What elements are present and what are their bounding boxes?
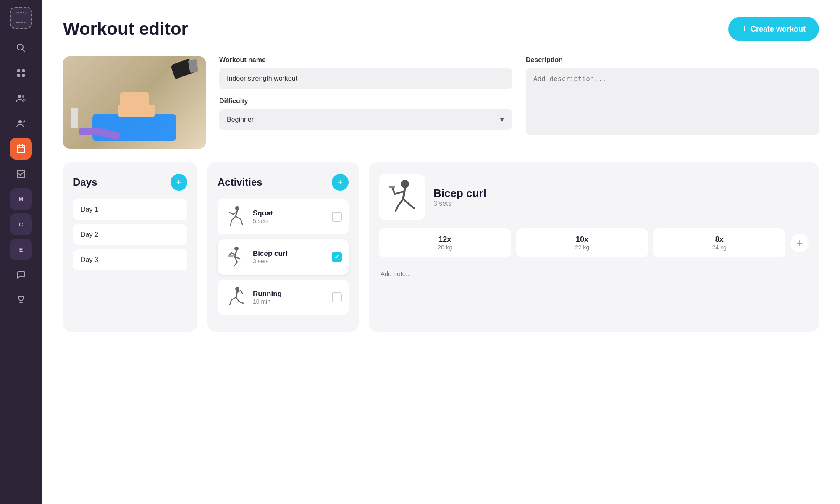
detail-panel: Bicep curl 3 sets 12x 20 kg 10x 22 kg 8x… — [369, 162, 819, 332]
svg-line-48 — [409, 204, 414, 208]
svg-rect-11 — [17, 145, 25, 153]
svg-rect-6 — [22, 74, 25, 77]
activity-item-squat[interactable]: Squat 5 sets — [218, 199, 349, 234]
svg-line-46 — [396, 206, 398, 211]
workout-image[interactable] — [63, 56, 206, 149]
days-panel: Days + Day 1 Day 2 Day 3 — [63, 162, 197, 332]
sidebar-item-tasks[interactable] — [10, 163, 32, 185]
sidebar-item-search[interactable] — [10, 37, 32, 59]
svg-line-18 — [231, 216, 236, 220]
day-item[interactable]: Day 2 — [73, 224, 187, 245]
running-checkbox[interactable] — [332, 292, 342, 302]
sidebar-item-trophy[interactable] — [10, 289, 32, 311]
svg-line-43 — [392, 187, 395, 194]
running-figure — [224, 286, 248, 309]
detail-info: Bicep curl 3 sets — [433, 187, 486, 207]
sidebar-item-workout[interactable] — [10, 138, 32, 160]
set-card-1[interactable]: 12x 20 kg — [379, 228, 511, 257]
detail-figure — [379, 174, 425, 220]
page-title: Workout editor — [63, 19, 188, 39]
svg-line-21 — [241, 219, 242, 224]
difficulty-group: Difficulty Beginner Intermediate Advance… — [219, 97, 512, 130]
bicep-curl-meta: 3 sets — [253, 258, 327, 265]
set-2-reps: 10x — [524, 235, 641, 244]
set-card-2[interactable]: 10x 22 kg — [516, 228, 648, 257]
workout-name-label: Workout name — [219, 56, 512, 64]
svg-rect-44 — [389, 186, 395, 188]
sidebar-item-users[interactable] — [10, 87, 32, 109]
create-workout-button[interactable]: + Create workout — [728, 17, 819, 41]
set-1-reps: 12x — [386, 235, 504, 244]
squat-name: Squat — [253, 209, 327, 218]
sidebar-logo — [10, 7, 32, 29]
squat-meta: 5 sets — [253, 218, 327, 224]
svg-line-42 — [395, 192, 403, 194]
bicep-curl-figure — [224, 245, 248, 269]
svg-line-20 — [236, 216, 241, 219]
set-2-weight: 22 kg — [524, 244, 641, 251]
svg-line-37 — [239, 302, 243, 303]
svg-line-26 — [231, 253, 235, 255]
difficulty-select[interactable]: Beginner Intermediate Advanced — [219, 109, 512, 130]
panels-row: Days + Day 1 Day 2 Day 3 Activities + — [63, 162, 819, 332]
workout-name-input[interactable] — [219, 68, 512, 89]
description-input[interactable] — [526, 68, 819, 135]
svg-rect-3 — [17, 69, 20, 72]
svg-line-25 — [235, 251, 236, 257]
add-set-button[interactable]: + — [790, 234, 809, 252]
bicep-curl-name: Bicep curl — [253, 249, 327, 258]
description-label: Description — [526, 56, 819, 64]
svg-line-23 — [230, 213, 233, 214]
activities-panel: Activities + — [207, 162, 359, 332]
note-input[interactable] — [379, 266, 809, 281]
svg-line-34 — [231, 297, 236, 300]
sidebar-item-members[interactable] — [10, 113, 32, 134]
sidebar-item-e[interactable]: E — [10, 239, 32, 260]
svg-point-8 — [22, 95, 24, 98]
detail-exercise-name: Bicep curl — [433, 187, 486, 200]
svg-rect-0 — [16, 13, 26, 23]
add-activity-button[interactable]: + — [332, 174, 349, 191]
activities-panel-header: Activities + — [218, 174, 349, 191]
svg-point-32 — [235, 287, 239, 291]
svg-point-7 — [18, 95, 21, 98]
set-3-weight: 24 kg — [661, 244, 778, 251]
set-3-reps: 8x — [661, 235, 778, 244]
svg-line-19 — [231, 220, 231, 226]
svg-rect-31 — [228, 255, 234, 257]
difficulty-label: Difficulty — [219, 97, 512, 105]
days-panel-title: Days — [73, 176, 97, 188]
svg-point-9 — [18, 120, 22, 123]
sidebar-item-chat[interactable] — [10, 264, 32, 286]
days-panel-header: Days + — [73, 174, 187, 191]
sidebar-item-c[interactable]: C — [10, 213, 32, 235]
svg-line-36 — [236, 297, 239, 302]
svg-point-16 — [235, 206, 239, 210]
description-group: Description — [526, 56, 819, 137]
sidebar-item-dashboard[interactable] — [10, 62, 32, 84]
svg-line-2 — [23, 50, 25, 52]
activity-item-running[interactable]: Running 10 min — [218, 280, 349, 315]
activities-panel-title: Activities — [218, 176, 262, 188]
day-item[interactable]: Day 3 — [73, 249, 187, 270]
workout-name-group: Workout name — [219, 56, 512, 89]
detail-header: Bicep curl 3 sets — [379, 174, 809, 220]
squat-figure — [224, 205, 248, 228]
activity-item-bicep-curl[interactable]: Bicep curl 3 sets — [218, 239, 349, 275]
add-day-button[interactable]: + — [171, 174, 187, 191]
day-item[interactable]: Day 1 — [73, 199, 187, 220]
bicep-curl-info: Bicep curl 3 sets — [253, 249, 327, 265]
svg-line-35 — [230, 300, 231, 305]
running-info: Running 10 min — [253, 290, 327, 305]
svg-point-40 — [401, 180, 409, 188]
svg-line-29 — [234, 262, 237, 266]
sidebar-item-m[interactable]: M — [10, 188, 32, 210]
running-name: Running — [253, 290, 327, 298]
set-card-3[interactable]: 8x 24 kg — [653, 228, 785, 257]
detail-exercise-sets: 3 sets — [433, 200, 486, 207]
squat-checkbox[interactable] — [332, 212, 342, 222]
svg-line-45 — [398, 199, 403, 206]
bicep-curl-checkbox[interactable] — [332, 252, 342, 262]
svg-rect-5 — [17, 74, 20, 77]
svg-rect-4 — [22, 69, 25, 72]
